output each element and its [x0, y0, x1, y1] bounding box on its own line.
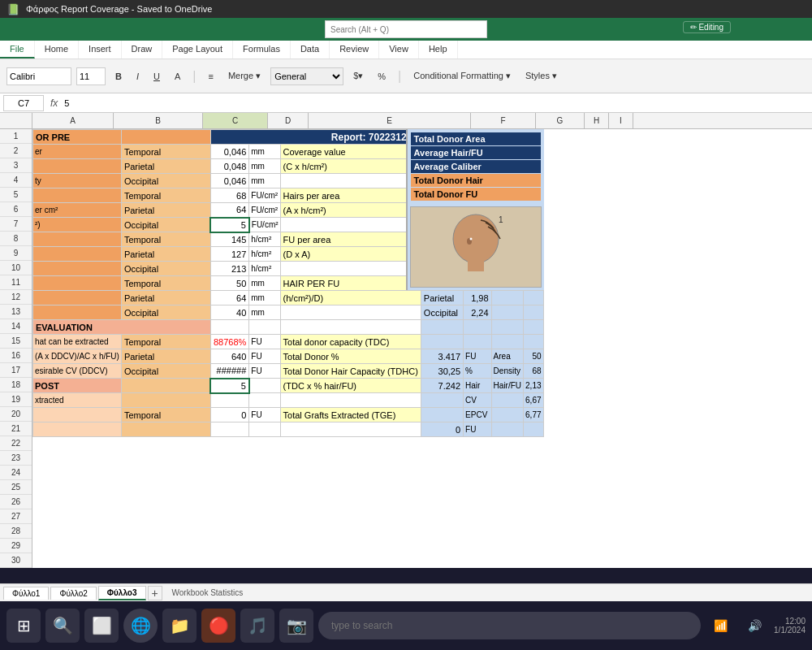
chrome-btn[interactable]: 🔴 — [201, 609, 235, 643]
cell-e12: (h/cm²)/D) — [280, 291, 421, 306]
tab-data[interactable]: Data — [291, 41, 330, 58]
cell-c7-selected[interactable]: 5 — [210, 218, 248, 232]
cell-a1[interactable]: OR PRE — [33, 130, 122, 145]
cell-b7: Occipital — [121, 218, 210, 232]
underline-button[interactable]: U — [149, 69, 165, 84]
taskbar-search-input[interactable] — [318, 612, 701, 639]
tab-draw[interactable]: Draw — [122, 41, 163, 58]
cell-b5: Temporal — [121, 188, 210, 203]
camera-btn[interactable]: 📷 — [279, 609, 313, 643]
add-sheet-button[interactable]: + — [148, 586, 162, 600]
merge-button[interactable]: Merge ▾ — [223, 68, 266, 84]
italic-button[interactable]: I — [132, 69, 144, 84]
conditional-formatting-button[interactable]: Conditional Formatting ▾ — [408, 68, 516, 84]
explorer-btn[interactable]: 📁 — [162, 609, 197, 643]
cell-c9[interactable]: 127 — [210, 247, 248, 262]
cell-c20[interactable]: 0 — [210, 408, 248, 422]
sheet-tab-3[interactable]: Φύλλο3 — [98, 586, 146, 600]
cell-a9 — [33, 247, 122, 262]
col-b: B — [114, 113, 203, 128]
bold-button[interactable]: B — [110, 69, 127, 84]
svg-point-3 — [469, 238, 472, 240]
cell-a15: hat can be extracted — [33, 335, 122, 349]
cell-c17[interactable]: ###### — [210, 364, 248, 379]
browser-btn[interactable]: 🌐 — [123, 609, 158, 643]
tab-help[interactable]: Help — [419, 41, 458, 58]
cell-b21 — [121, 422, 210, 437]
currency-button[interactable]: $▾ — [348, 68, 368, 84]
cell-b19 — [121, 393, 210, 408]
cell-c19[interactable] — [210, 393, 248, 408]
number-format-select[interactable]: General Number Currency Text — [270, 67, 343, 85]
cell-i16: 50 — [524, 349, 543, 364]
cell-g20: EPCV — [464, 408, 492, 422]
search-taskbar-btn[interactable]: 🔍 — [45, 609, 80, 643]
tab-review[interactable]: Review — [330, 41, 379, 58]
editing-btn[interactable]: ✏ Editing — [683, 21, 731, 33]
name-box-input[interactable] — [3, 95, 44, 111]
cell-c12[interactable]: 64 — [210, 291, 248, 306]
align-button[interactable]: ≡ — [203, 69, 218, 84]
task-view-btn[interactable]: ⬜ — [84, 609, 119, 643]
cell-b17: Occipital — [121, 364, 210, 379]
tab-file[interactable]: File — [0, 41, 35, 58]
cell-b1[interactable] — [121, 130, 210, 145]
cell-i19: 6,67 — [524, 393, 543, 408]
cell-c21[interactable] — [210, 422, 248, 437]
cell-h18: Hair/FU — [491, 379, 523, 393]
cell-a5 — [33, 188, 122, 203]
col-g: G — [536, 113, 585, 128]
cell-c15[interactable]: 88768% — [210, 335, 248, 349]
cell-c2[interactable]: 0,046 — [210, 145, 248, 159]
tab-insert[interactable]: Insert — [79, 41, 122, 58]
cell-e21 — [280, 422, 421, 437]
rp-average-caliber: Average Caliber — [411, 160, 541, 173]
row-3: 3 — [0, 158, 32, 173]
cell-g17: % — [464, 364, 492, 379]
font-size-input[interactable] — [76, 67, 106, 85]
cell-f19 — [421, 393, 463, 408]
row-23: 23 — [0, 451, 32, 466]
cell-a19: xtracted — [33, 393, 122, 408]
cell-c8[interactable]: 145 — [210, 232, 248, 247]
cell-c11[interactable]: 50 — [210, 276, 248, 291]
cell-c18-selected[interactable]: 5 — [210, 379, 248, 393]
cell-e15: Total donor capacity (TDC) — [280, 335, 421, 349]
font-name-input[interactable] — [6, 67, 71, 85]
cell-d17: FU — [249, 364, 280, 379]
media-btn[interactable]: 🎵 — [240, 609, 274, 643]
row-16: 16 — [0, 349, 32, 363]
taskbar: ⊞ 🔍 ⬜ 🌐 📁 🔴 🎵 📷 📶 🔊 12:00 1/1/2024 — [0, 601, 812, 650]
cell-c3[interactable]: 0,048 — [210, 159, 248, 174]
cell-c6[interactable]: 64 — [210, 203, 248, 218]
row-24: 24 — [0, 466, 32, 480]
svg-text:1: 1 — [499, 215, 503, 224]
cell-d11: mm — [249, 276, 280, 291]
start-button[interactable]: ⊞ — [6, 609, 41, 643]
tab-home[interactable]: Home — [35, 41, 79, 58]
cell-c5[interactable]: 68 — [210, 188, 248, 203]
search-input[interactable] — [325, 20, 487, 38]
sheet-tab-2[interactable]: Φύλλο2 — [50, 587, 96, 600]
cell-c4[interactable]: 0,046 — [210, 174, 248, 188]
styles-button[interactable]: Styles ▾ — [520, 68, 562, 84]
sheet-tab-1[interactable]: Φύλλο1 — [3, 587, 49, 600]
tab-view[interactable]: View — [379, 41, 419, 58]
cell-c16[interactable]: 640 — [210, 349, 248, 364]
cell-d19 — [249, 393, 280, 408]
formula-input[interactable] — [64, 95, 809, 111]
percent-button[interactable]: % — [373, 69, 391, 84]
table-row: xtracted CV 6,67 — [33, 393, 544, 408]
cell-c13[interactable]: 40 — [210, 306, 248, 320]
row-12: 12 — [0, 290, 32, 305]
cell-c10[interactable]: 213 — [210, 262, 248, 276]
cell-c14[interactable] — [210, 320, 248, 335]
font-color-button[interactable]: A — [170, 69, 185, 84]
cell-i14 — [524, 320, 543, 335]
cell-h19 — [491, 393, 523, 408]
tab-page-layout[interactable]: Page Layout — [162, 41, 233, 58]
cell-e20: Total Grafts Extracted (TGE) — [280, 408, 421, 422]
cell-a8 — [33, 232, 122, 247]
tab-formulas[interactable]: Formulas — [233, 41, 291, 58]
row-29: 29 — [0, 539, 32, 553]
